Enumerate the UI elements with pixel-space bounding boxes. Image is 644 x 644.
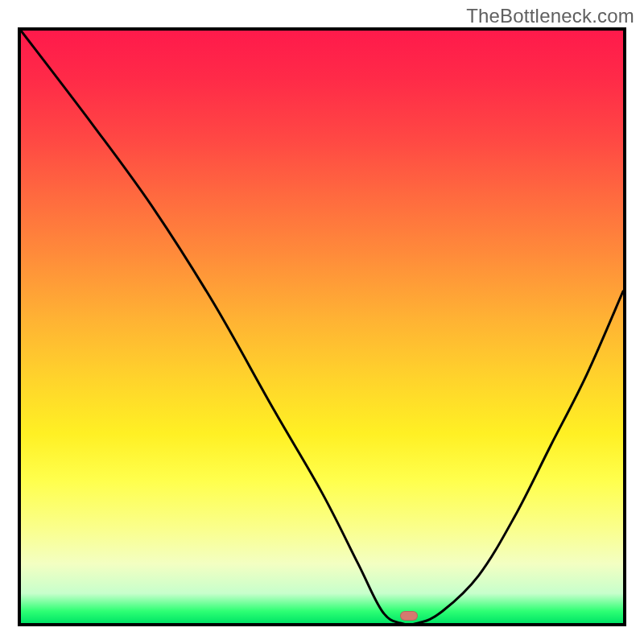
plot-frame (18, 27, 626, 626)
plot-area (21, 31, 623, 623)
bottleneck-curve (21, 31, 623, 623)
optimal-marker (400, 611, 418, 621)
watermark-text: TheBottleneck.com (466, 5, 634, 27)
curve-svg (21, 31, 623, 623)
chart-container: TheBottleneck.com (0, 0, 644, 644)
